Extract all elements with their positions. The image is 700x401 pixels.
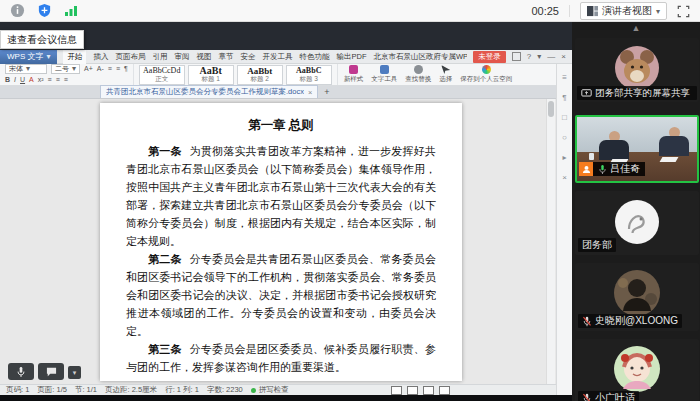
screen-share-icon xyxy=(581,89,592,98)
document-tab[interactable]: 共青团北京市石景山区委员会分专委员会工作规则草案.docx × xyxy=(100,85,318,98)
skin-icon[interactable] xyxy=(512,52,521,61)
font-size-select[interactable]: 二号 ▾ xyxy=(51,64,80,74)
tab-sjs-wps-service[interactable]: 北京市石景山区政府专属WPS线上服务通道 xyxy=(373,50,467,64)
chat-button[interactable] xyxy=(38,363,64,380)
mic-on-icon xyxy=(598,164,607,175)
view-mode-web-icon[interactable] xyxy=(407,386,418,395)
numbering-icon[interactable]: ≡ xyxy=(116,64,120,74)
cloud-save-icon xyxy=(482,65,491,74)
document-scrollbar[interactable] xyxy=(546,99,555,384)
font-name-select[interactable]: 宋体 ▾ xyxy=(5,64,47,74)
mic-muted-icon xyxy=(582,393,592,401)
expand-controls-button[interactable]: ▾ xyxy=(68,366,81,379)
wps-ribbon: 宋体 ▾ 二号 ▾ A+ A- ≡ ≡ ¶ B I U xyxy=(0,64,572,86)
network-signal-icon[interactable] xyxy=(64,4,78,17)
avatar xyxy=(575,45,699,91)
participant-label: 吕佳奇 xyxy=(579,162,645,176)
superscript-icon[interactable]: x² xyxy=(38,75,44,85)
view-mode-buttons xyxy=(391,386,450,395)
grow-font-icon[interactable]: A+ xyxy=(84,64,93,74)
tab-insert[interactable]: 插入 xyxy=(93,50,108,64)
tab-page-layout[interactable]: 页面布局 xyxy=(115,50,145,64)
task-pane-icon[interactable]: ≡ xyxy=(562,74,567,82)
new-style-button[interactable]: 新样式 xyxy=(344,65,364,84)
styles-pane-icon[interactable]: ¶ xyxy=(562,94,566,102)
tab-dev-tools[interactable]: 开发工具 xyxy=(262,50,292,64)
find-replace-button[interactable]: 查找替换 xyxy=(405,65,431,84)
security-shield-icon[interactable] xyxy=(37,3,52,18)
participant-tile-screenshare[interactable]: 团务部共享的屏幕共享 xyxy=(575,38,699,102)
participant-name: 小广叶适 xyxy=(595,391,635,401)
tab-home[interactable]: 开始 xyxy=(63,50,86,64)
save-to-cloud-button[interactable]: 保存到个人云空间 xyxy=(460,65,512,84)
meeting-timer: 00:25 xyxy=(531,5,570,17)
white-cartoon-avatar xyxy=(614,199,660,245)
meeting-window: 00:25 演讲者视图 ▾ 速查看会议信息 WPS 文字 ▾ 开始 插 xyxy=(0,0,700,401)
comments-pane-icon[interactable]: ○ xyxy=(562,134,567,142)
login-status-badge[interactable]: 未登录 xyxy=(473,51,506,63)
person-silhouette xyxy=(659,127,689,156)
bullets-icon[interactable]: ≡ xyxy=(108,64,112,74)
ribbon-tools: 新样式 文字工具 查找替换 选择 保存到个人云空间 xyxy=(338,65,519,84)
participant-tile[interactable]: 团务部 xyxy=(575,191,699,255)
mouse-cartoon-avatar xyxy=(614,45,660,91)
style-normal[interactable]: AaBbCcDd 正文 xyxy=(139,65,185,85)
close-pane-icon[interactable]: × xyxy=(562,174,567,182)
text-tools-button[interactable]: 文字工具 xyxy=(371,65,397,84)
meeting-info-icon[interactable] xyxy=(10,3,25,18)
collapse-ribbon-icon[interactable]: ▾ xyxy=(537,52,541,61)
align-center-icon[interactable]: ≡ xyxy=(56,75,60,85)
close-icon[interactable]: × xyxy=(561,52,566,61)
document-page[interactable]: 第一章 总则 第一条为贯彻落实共青团改革方案精神，进一步发挥好共青团北京市石景山… xyxy=(100,103,462,381)
underline-icon[interactable]: U xyxy=(20,75,25,85)
tab-section[interactable]: 章节 xyxy=(218,50,233,64)
tab-security[interactable]: 安全 xyxy=(240,50,255,64)
view-mode-print-icon[interactable] xyxy=(391,386,402,395)
shapes-pane-icon[interactable]: □ xyxy=(562,114,567,122)
spellcheck-status[interactable]: 拼写检查 xyxy=(251,385,289,395)
participant-tile[interactable]: 史晓刚@XLOONG xyxy=(575,263,699,331)
tool-label: 保存到个人云空间 xyxy=(460,75,512,84)
tab-review[interactable]: 审阅 xyxy=(174,50,189,64)
status-word-count[interactable]: 字数: 2230 xyxy=(207,385,243,395)
tab-view[interactable]: 视图 xyxy=(196,50,211,64)
fullscreen-icon[interactable] xyxy=(677,5,690,18)
style-heading1[interactable]: AaBt 标题 1 xyxy=(188,65,234,85)
scrollbar-thumb[interactable] xyxy=(548,101,554,117)
bold-icon[interactable]: B xyxy=(5,75,10,85)
show-paragraph-icon[interactable]: ¶ xyxy=(124,64,128,74)
article-3-label: 第三条 xyxy=(148,343,182,355)
new-document-tab-icon[interactable]: + xyxy=(324,87,329,97)
view-mode-fullscreen-icon[interactable] xyxy=(439,386,450,395)
align-right-icon[interactable]: ≡ xyxy=(64,75,68,85)
close-document-icon[interactable]: × xyxy=(308,88,312,97)
tab-export-pdf[interactable]: 输出PDF xyxy=(336,50,366,64)
select-button[interactable]: 选择 xyxy=(439,65,452,84)
font-color-icon[interactable]: A xyxy=(29,75,34,85)
align-left-icon[interactable]: ≡ xyxy=(48,75,52,85)
collapse-strip-arrow[interactable]: ▲ xyxy=(572,22,700,36)
photo-avatar xyxy=(613,269,661,317)
participant-tile[interactable]: 小广叶适 xyxy=(575,339,699,401)
person-icon xyxy=(582,165,591,174)
view-mode-outline-icon[interactable] xyxy=(423,386,434,395)
participant-name: 团务部共享的屏幕共享 xyxy=(595,87,690,100)
shrink-font-icon[interactable]: A- xyxy=(97,64,104,74)
style-heading2[interactable]: AaBbt 标题 2 xyxy=(237,65,283,85)
wps-menu-button[interactable]: WPS 文字 ▾ xyxy=(0,50,57,64)
chevron-down-icon: ▾ xyxy=(46,52,50,61)
paper xyxy=(660,157,679,162)
style-heading3[interactable]: AaBbC 标题 3 xyxy=(286,65,332,85)
windows-taskbar xyxy=(0,395,572,401)
tab-references[interactable]: 引用 xyxy=(152,50,167,64)
italic-icon[interactable]: I xyxy=(14,75,16,85)
help-icon[interactable]: ? xyxy=(527,52,531,61)
expand-pane-icon[interactable]: ▸ xyxy=(562,154,566,162)
tab-special-features[interactable]: 特色功能 xyxy=(299,50,329,64)
text-tools-icon xyxy=(380,65,389,74)
speaker-view-button[interactable]: 演讲者视图 ▾ xyxy=(580,2,667,20)
participant-tile-speaking[interactable]: 吕佳奇 xyxy=(575,115,699,183)
microphone-button[interactable] xyxy=(8,363,34,380)
status-page-number: 页码: 1 xyxy=(6,385,29,395)
minimize-icon[interactable]: — xyxy=(547,52,555,61)
